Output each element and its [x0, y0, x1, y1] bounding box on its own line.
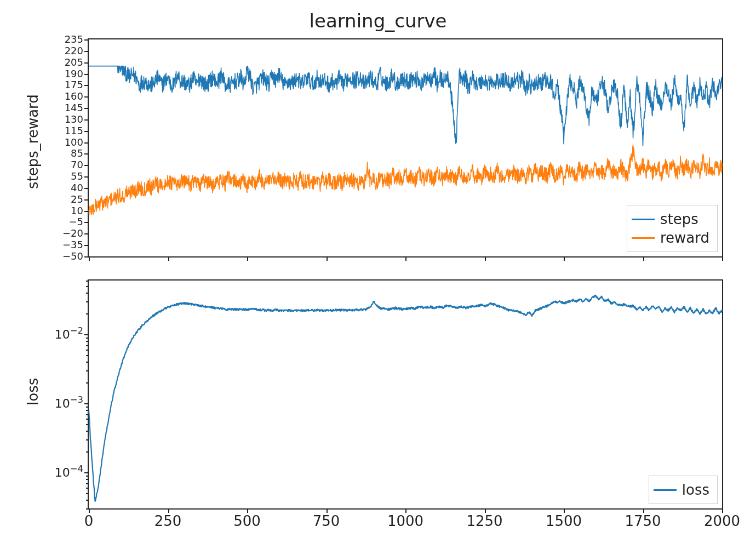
legend-swatch-reward	[632, 237, 655, 239]
ylabel-top: steps_reward	[25, 94, 41, 189]
legend-entry-reward: reward	[632, 228, 709, 247]
xtick-label: 1000	[387, 508, 423, 529]
ytick-label: 235	[65, 35, 89, 44]
ytick-label: 190	[65, 69, 89, 79]
xtick-label: 250	[154, 508, 182, 529]
ytick-label: 25	[71, 194, 89, 204]
ytick-label: 85	[71, 148, 89, 158]
ytick-label: 40	[71, 183, 89, 193]
ytick-label: 145	[65, 103, 89, 113]
ytick-label: 10−4	[55, 466, 89, 479]
xtick-label: 0	[84, 508, 94, 529]
ytick-label: −5	[68, 217, 89, 227]
ytick-label: −50	[62, 251, 89, 261]
ytick-label: 100	[65, 138, 89, 147]
ytick-label: 205	[65, 58, 89, 67]
ytick-label: 55	[71, 171, 89, 181]
xtick-label: 2000	[704, 508, 740, 529]
figure-title: learning_curve	[0, 10, 756, 32]
legend-entry-steps: steps	[632, 210, 709, 228]
xtick-label: 1250	[466, 508, 502, 529]
ytick-label: 115	[65, 126, 89, 136]
xtick-label: 500	[233, 508, 261, 529]
ytick-label: −35	[62, 240, 89, 250]
ytick-label: 10−2	[55, 328, 89, 341]
ytick-label: 10	[71, 206, 89, 216]
ylabel-bottom: loss	[25, 378, 41, 405]
legend-label-steps: steps	[660, 211, 698, 227]
plot-loss	[89, 281, 722, 508]
ytick-label: 160	[65, 91, 89, 101]
xtick-label: 1750	[625, 508, 661, 529]
legend-swatch-steps	[632, 219, 655, 220]
legend-top: steps reward	[627, 205, 718, 252]
legend-bottom: loss	[649, 476, 718, 504]
legend-entry-loss: loss	[654, 480, 709, 499]
xtick-label: 1500	[546, 508, 582, 529]
figure: learning_curve steps reward −50−35−20−51…	[0, 0, 756, 555]
axes-steps-reward: steps reward −50−35−20−51025405570851001…	[88, 38, 723, 258]
ytick-label: 130	[65, 115, 89, 124]
ytick-label: 220	[65, 46, 89, 56]
legend-label-reward: reward	[660, 230, 709, 246]
xtick-label: 750	[313, 508, 340, 529]
legend-swatch-loss	[654, 489, 677, 491]
ytick-label: 10−3	[55, 397, 89, 410]
legend-label-loss: loss	[682, 482, 709, 498]
ytick-label: 70	[71, 160, 89, 170]
ytick-label: 175	[65, 80, 89, 90]
axes-loss: loss 10−410−310−202505007501000125015001…	[88, 279, 723, 510]
ytick-label: −20	[62, 228, 89, 238]
